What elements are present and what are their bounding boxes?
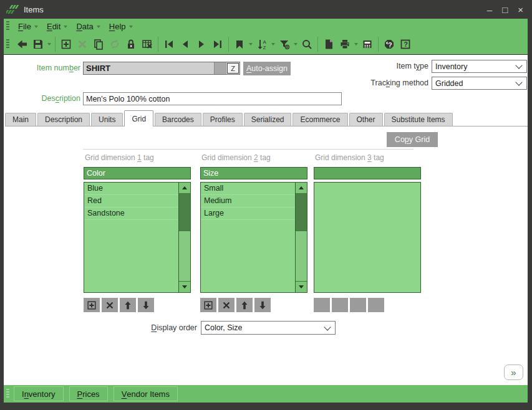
items-window: Items – □ × File Edit Data Help xyxy=(0,0,532,410)
menu-edit[interactable]: Edit xyxy=(42,22,72,31)
previous-record-button[interactable] xyxy=(177,36,193,52)
last-record-button[interactable] xyxy=(210,36,226,52)
delete-value-button-disabled xyxy=(332,298,348,312)
toolbar-gripper[interactable] xyxy=(6,389,9,399)
minimize-button[interactable]: – xyxy=(487,5,492,14)
list-item[interactable]: Medium xyxy=(201,195,296,207)
inventory-button[interactable]: Inventory xyxy=(14,386,64,401)
menu-file[interactable]: File xyxy=(14,22,42,31)
tab-ecommerce[interactable]: Ecommerce xyxy=(293,113,347,126)
tab-units[interactable]: Units xyxy=(91,113,123,126)
grid-dimension-2-tag-input[interactable]: Size xyxy=(200,167,307,179)
copy-grid-button[interactable]: Copy Grid xyxy=(387,132,438,147)
refresh-button[interactable] xyxy=(107,36,123,52)
sort-dropdown[interactable] xyxy=(270,36,276,52)
search-button[interactable] xyxy=(299,36,315,52)
menu-help[interactable]: Help xyxy=(105,22,137,31)
add-value-button-disabled xyxy=(314,298,330,312)
list-item[interactable]: Red xyxy=(84,195,179,207)
grid-delete-button[interactable] xyxy=(139,36,155,52)
scrollbar[interactable] xyxy=(178,183,190,292)
list-item[interactable]: Blue xyxy=(84,183,179,195)
add-value-button[interactable] xyxy=(200,298,216,312)
print-dropdown[interactable] xyxy=(353,36,359,52)
scroll-track[interactable] xyxy=(296,194,307,281)
grid-dimension-2-list[interactable]: Small Medium Large xyxy=(200,182,307,293)
description-input[interactable] xyxy=(83,92,342,105)
next-record-button[interactable] xyxy=(193,36,210,52)
bookmark-button[interactable] xyxy=(231,36,248,52)
chevron-down-icon xyxy=(129,26,133,28)
help-button[interactable]: ? xyxy=(397,36,414,52)
tab-main[interactable]: Main xyxy=(5,113,36,126)
scroll-up-button[interactable] xyxy=(296,183,307,194)
move-down-button[interactable] xyxy=(254,298,271,312)
move-up-button[interactable] xyxy=(120,298,136,312)
filter-button[interactable] xyxy=(276,36,293,52)
grid-dimension-2-label: Grid dimension 2 tag xyxy=(201,153,271,162)
scrollbar[interactable] xyxy=(295,183,307,292)
delete-record-button[interactable] xyxy=(74,36,90,52)
grid-dimension-1-list[interactable]: Blue Red Sandstone xyxy=(84,182,191,293)
tab-barcodes[interactable]: Barcodes xyxy=(155,113,201,126)
section-divider xyxy=(83,149,414,150)
add-record-button[interactable] xyxy=(58,36,74,52)
item-number-field[interactable]: SHIRT Z xyxy=(83,62,240,75)
list-item[interactable]: Small xyxy=(201,183,296,195)
new-document-button[interactable] xyxy=(321,36,337,52)
lock-icon xyxy=(125,38,137,50)
grid-dimension-3-tag-input[interactable] xyxy=(314,167,421,179)
filter-dropdown[interactable] xyxy=(293,36,299,52)
save-icon xyxy=(32,38,44,50)
vendor-items-button[interactable]: Vendor Items xyxy=(114,386,178,401)
print-button[interactable] xyxy=(337,36,353,52)
expand-panel-button[interactable]: » xyxy=(504,365,523,380)
toolbar-gripper[interactable] xyxy=(6,39,9,49)
menu-data[interactable]: Data xyxy=(72,22,104,31)
help-rollback-button[interactable]: ? xyxy=(381,36,397,52)
list-item[interactable]: Large xyxy=(201,207,296,220)
grid-dimension-1-label: Grid dimension 1 tag xyxy=(85,153,154,162)
scroll-track[interactable] xyxy=(179,194,190,281)
tab-other[interactable]: Other xyxy=(349,113,383,126)
toolbar-gripper[interactable] xyxy=(6,21,9,31)
bookmark-dropdown[interactable] xyxy=(248,36,254,52)
copy-record-button[interactable] xyxy=(90,36,107,52)
tab-serialized[interactable]: Serialized xyxy=(244,113,292,126)
tab-description[interactable]: Description xyxy=(37,113,90,126)
scroll-thumb[interactable] xyxy=(179,231,190,281)
delete-value-button[interactable] xyxy=(102,298,118,312)
delete-value-button[interactable] xyxy=(218,298,235,312)
item-type-select[interactable]: Inventory xyxy=(432,60,527,73)
first-record-button[interactable] xyxy=(161,36,177,52)
maximize-button[interactable]: □ xyxy=(502,5,508,14)
tab-grid[interactable]: Grid xyxy=(124,110,153,126)
prices-button[interactable]: Prices xyxy=(69,386,108,401)
save-button[interactable] xyxy=(30,36,46,52)
back-button[interactable] xyxy=(14,36,30,52)
zoom-z-button[interactable]: Z xyxy=(227,63,239,74)
list-item[interactable]: Sandstone xyxy=(84,207,179,220)
tab-substitute-items[interactable]: Substitute Items xyxy=(384,113,453,126)
tracking-method-select[interactable]: Gridded xyxy=(432,77,527,90)
add-value-button[interactable] xyxy=(84,298,100,312)
chevron-down-icon xyxy=(249,43,253,45)
scroll-down-button[interactable] xyxy=(296,281,307,292)
scroll-down-button[interactable] xyxy=(179,281,190,292)
save-dropdown[interactable] xyxy=(46,36,52,52)
auto-assign-button[interactable]: Auto-assign xyxy=(243,62,291,75)
display-order-select[interactable]: Color, Size xyxy=(201,321,336,335)
lock-button[interactable] xyxy=(123,36,139,52)
calculator-button[interactable] xyxy=(359,36,375,52)
grid-dimension-1-tag-input[interactable]: Color xyxy=(84,167,191,179)
sort-button[interactable]: AZ xyxy=(254,36,270,52)
scroll-thumb[interactable] xyxy=(296,231,307,281)
tab-profiles[interactable]: Profiles xyxy=(203,113,243,126)
grid-dimension-3-list[interactable] xyxy=(314,182,421,293)
scroll-up-button[interactable] xyxy=(179,183,190,194)
help-icon: ? xyxy=(399,38,412,50)
item-number-value[interactable]: SHIRT xyxy=(84,62,214,74)
close-button[interactable]: × xyxy=(518,5,523,14)
move-up-button[interactable] xyxy=(236,298,253,312)
move-down-button[interactable] xyxy=(138,298,154,312)
